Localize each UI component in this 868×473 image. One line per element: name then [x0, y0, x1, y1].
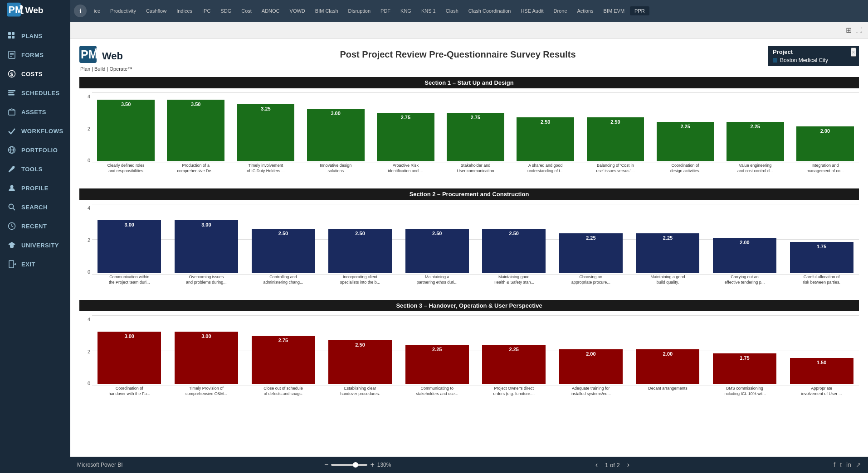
- bar-label-s2-2: Overcoming issues and problems during...: [186, 275, 227, 296]
- bar-s3-6: 2.25: [482, 345, 546, 384]
- tab-vowd[interactable]: VOWD: [285, 6, 310, 15]
- tab-disruption[interactable]: Disruption: [344, 6, 375, 15]
- bar-group-s1-10: 2.25Value engineering and cost control d…: [722, 93, 789, 185]
- bar-s1-6: 2.75: [447, 113, 504, 161]
- tab-drone[interactable]: Drone: [549, 6, 572, 15]
- topbar: ℹ ice Productivity Cashflow Indices IPC …: [70, 0, 868, 22]
- bar-value-s3-3: 2.75: [278, 338, 288, 343]
- svg-text:$: $: [10, 72, 14, 77]
- section-3-header: Section 3 – Handover, Operation & User P…: [79, 300, 859, 311]
- sidebar-item-recent[interactable]: RECENT: [0, 217, 70, 236]
- sidebar-item-university[interactable]: UNIVERSITY: [0, 236, 70, 255]
- bar-label-s3-5: Communicating to stakeholders and use...: [416, 386, 458, 408]
- sidebar-item-workflows[interactable]: WORKFLOWS: [0, 121, 70, 140]
- sidebar-item-assets[interactable]: ASSETS: [0, 102, 70, 121]
- prev-page-button[interactable]: ‹: [593, 460, 600, 470]
- sidebar-item-profile[interactable]: PROFILE: [0, 179, 70, 198]
- tab-kns1[interactable]: KNS 1: [417, 6, 440, 15]
- sidebar-item-schedules[interactable]: SCHEDULES: [0, 83, 70, 102]
- info-button[interactable]: ℹ: [74, 5, 87, 17]
- svg-rect-5: [8, 36, 11, 39]
- tab-bimclash[interactable]: BIM Clash: [311, 6, 343, 15]
- bar-value-s1-7: 2.50: [541, 119, 550, 125]
- expand-button[interactable]: ⛶: [855, 26, 863, 34]
- sidebar-item-forms[interactable]: FORMS: [0, 45, 70, 64]
- bar-group-s2-8: 2.25Maintaining a good build quality.: [630, 204, 705, 296]
- tab-cost[interactable]: Cost: [237, 6, 256, 15]
- bar-label-s1-3: Timely involvement of IC Duty Holders ..…: [247, 163, 285, 185]
- page-indicator: 1 of 2: [605, 462, 620, 468]
- tab-indices[interactable]: Indices: [172, 6, 197, 15]
- tab-clash[interactable]: Clash: [441, 6, 463, 15]
- bar-label-s3-7: Adequate training for installed systems/…: [571, 386, 611, 408]
- y-label-2: 2: [88, 126, 90, 131]
- bar-group-s1-6: 2.75Stakeholder and User communication: [442, 93, 509, 185]
- sidebar-item-search-label: SEARCH: [21, 204, 48, 211]
- bar-value-s1-11: 2.00: [820, 128, 830, 134]
- bar-s3-2: 3.00: [175, 332, 238, 384]
- tab-clash-coord[interactable]: Clash Coordination: [464, 6, 516, 15]
- bar-value-s3-2: 3.00: [201, 333, 211, 339]
- bar-s2-9: 2.00: [713, 238, 776, 273]
- svg-rect-6: [12, 36, 15, 39]
- pagination: ‹ 1 of 2 ›: [593, 460, 632, 470]
- next-page-button[interactable]: ›: [624, 460, 632, 470]
- facebook-icon[interactable]: f: [834, 461, 835, 468]
- sidebar-item-exit[interactable]: EXIT: [0, 255, 70, 274]
- svg-rect-4: [12, 32, 15, 35]
- bar-s2-1: 3.00: [98, 220, 161, 273]
- bar-label-s3-8: Decant arrangements: [648, 386, 688, 408]
- bar-s2-5: 2.50: [405, 229, 469, 273]
- sidebar-item-tools[interactable]: TOOLS: [0, 159, 70, 179]
- sidebar-item-exit-label: EXIT: [21, 261, 35, 268]
- bar-s3-9: 1.75: [713, 353, 776, 384]
- section-2-chart: 4203.00Communication within the Project …: [79, 202, 859, 296]
- tab-bimevm[interactable]: BIM EVM: [599, 6, 629, 15]
- person-icon: [7, 183, 17, 193]
- tab-ice[interactable]: ice: [89, 6, 105, 15]
- bar-group-s3-9: 1.75BMS commissioning including ICL 10% …: [707, 316, 782, 408]
- sidebar-item-portfolio[interactable]: PORTFOLIO: [0, 140, 70, 159]
- svg-rect-3: [8, 32, 11, 35]
- tab-adnoc[interactable]: ADNOC: [257, 6, 284, 15]
- bars-container-3: 3.00Coordination of handover with the Fa…: [92, 316, 859, 408]
- tab-hse[interactable]: HSE Audit: [516, 6, 548, 15]
- share-icon[interactable]: ↗: [856, 461, 861, 468]
- tab-sdg[interactable]: SDG: [216, 6, 236, 15]
- filter-button[interactable]: ⊞: [846, 26, 852, 34]
- bar-group-s1-5: 2.75Proactive Risk identification and ..…: [372, 93, 439, 185]
- sidebar-item-costs[interactable]: $ COSTS: [0, 64, 70, 83]
- bar-label-s2-1: Communication within the Project team du…: [109, 275, 150, 296]
- bar-s1-3: 3.25: [237, 104, 295, 161]
- section-2: Section 2 – Procurement and Construction…: [79, 188, 859, 296]
- tab-actions[interactable]: Actions: [573, 6, 598, 15]
- svg-text:Web: Web: [102, 50, 123, 62]
- project-name: Boston Medical City: [780, 57, 828, 63]
- bar-s1-4: 3.00: [307, 109, 365, 161]
- bar-value-s1-10: 2.25: [751, 124, 760, 129]
- bar-group-s3-4: 2.50Establishing clear handover procedur…: [323, 316, 398, 408]
- svg-text:PM: PM: [81, 48, 98, 61]
- zoom-minus[interactable]: −: [324, 461, 328, 469]
- tab-pdf[interactable]: PDF: [376, 6, 395, 15]
- zoom-slider[interactable]: [331, 464, 367, 466]
- project-box-title: Project: [773, 48, 854, 55]
- tab-productivity[interactable]: Productivity: [106, 6, 141, 15]
- sidebar-item-search[interactable]: SEARCH: [0, 198, 70, 217]
- bar-value-s1-3: 3.25: [261, 106, 270, 111]
- bar-label-s1-1: Clearly defined roles and responsibiliti…: [107, 163, 145, 185]
- bar-s2-3: 2.50: [252, 229, 315, 273]
- bar-s3-5: 2.25: [405, 345, 469, 384]
- tab-cashflow[interactable]: Cashflow: [141, 6, 171, 15]
- tab-ipc[interactable]: IPC: [198, 6, 215, 15]
- tab-ppr[interactable]: PPR: [630, 6, 649, 15]
- twitter-icon[interactable]: t: [840, 461, 842, 468]
- bar-s2-4: 2.50: [328, 229, 392, 273]
- zoom-plus[interactable]: +: [370, 461, 374, 469]
- linkedin-icon[interactable]: in: [846, 461, 851, 468]
- tab-kng[interactable]: KNG: [396, 6, 416, 15]
- sidebar-item-plans[interactable]: PLANS: [0, 26, 70, 45]
- bar-label-s1-9: Coordination of design activities.: [670, 163, 700, 185]
- bar-group-s1-11: 2.00Integration and management of co...: [791, 93, 859, 185]
- project-box-close[interactable]: ×: [851, 48, 856, 57]
